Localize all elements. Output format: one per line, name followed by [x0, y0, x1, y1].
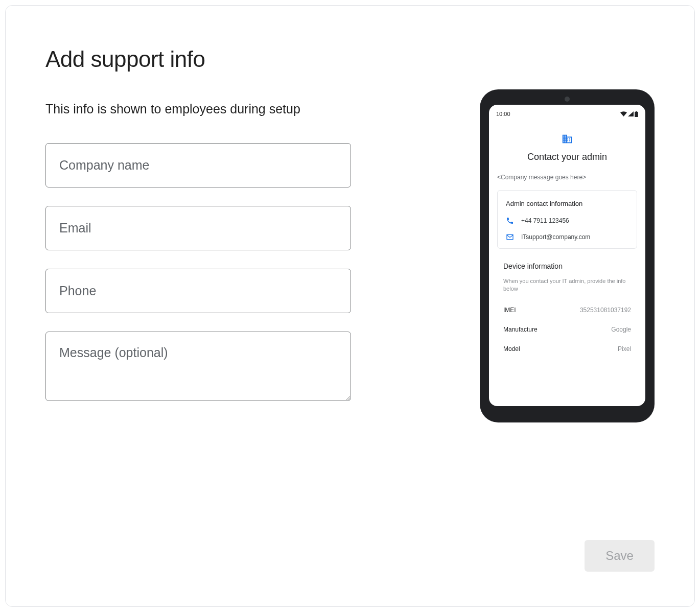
admin-phone-row: +44 7911 123456	[506, 217, 628, 225]
device-model-value: Pixel	[618, 345, 631, 352]
admin-phone-value: +44 7911 123456	[521, 217, 569, 224]
email-input[interactable]	[45, 206, 351, 250]
signal-icon	[628, 111, 634, 116]
device-manufacture-label: Manufacture	[503, 326, 538, 333]
device-manufacture-value: Google	[611, 326, 631, 333]
admin-contact-title: Admin contact information	[506, 200, 628, 207]
page-title: Add support info	[45, 46, 655, 72]
phone-status-icons	[620, 111, 638, 117]
device-model-row: Model Pixel	[503, 345, 631, 352]
battery-icon	[635, 111, 638, 117]
preview-company-message: <Company message goes here>	[497, 174, 637, 181]
form-column: This info is shown to employees during s…	[45, 102, 351, 403]
phone-screen: 10:00 Contact your admin <Company mess	[489, 105, 645, 406]
device-imei-value: 352531081037192	[580, 307, 631, 314]
building-icon	[562, 133, 573, 145]
device-manufacture-row: Manufacture Google	[503, 326, 631, 333]
phone-content: Contact your admin <Company message goes…	[496, 133, 638, 352]
device-info-desc: When you contact your IT admin, provide …	[503, 277, 631, 293]
wifi-icon	[620, 111, 627, 116]
phone-icon	[506, 217, 514, 225]
admin-email-row: ITsupport@company.com	[506, 233, 628, 241]
preview-title: Contact your admin	[497, 152, 637, 162]
support-info-card: Add support info This info is shown to e…	[5, 5, 695, 607]
phone-status-bar: 10:00	[496, 111, 638, 117]
device-imei-label: IMEI	[503, 307, 516, 314]
admin-contact-card: Admin contact information +44 7911 12345…	[497, 190, 637, 249]
phone-preview-column: 10:00 Contact your admin <Company mess	[480, 89, 655, 422]
main-row: This info is shown to employees during s…	[45, 102, 655, 422]
admin-email-value: ITsupport@company.com	[521, 233, 590, 241]
phone-clock: 10:00	[496, 111, 510, 117]
save-button[interactable]: Save	[585, 540, 655, 572]
phone-input[interactable]	[45, 269, 351, 313]
device-model-label: Model	[503, 345, 520, 352]
phone-camera-dot	[565, 97, 570, 102]
email-icon	[506, 233, 514, 241]
company-name-input[interactable]	[45, 143, 351, 187]
device-info-title: Device information	[503, 262, 631, 270]
phone-frame: 10:00 Contact your admin <Company mess	[480, 89, 655, 422]
device-info-section: Device information When you contact your…	[497, 262, 637, 352]
page-subtitle: This info is shown to employees during s…	[45, 102, 351, 116]
device-imei-row: IMEI 352531081037192	[503, 307, 631, 314]
message-textarea[interactable]	[45, 332, 351, 401]
